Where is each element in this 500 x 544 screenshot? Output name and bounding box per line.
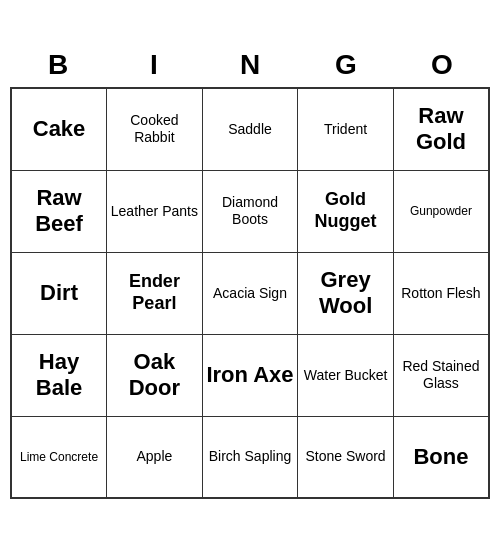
cell-label: Raw Gold bbox=[397, 93, 485, 166]
bingo-cell: Leather Pants bbox=[107, 170, 203, 252]
bingo-cell: Ender Pearl bbox=[107, 252, 203, 334]
bingo-cell: Dirt bbox=[11, 252, 107, 334]
header-letter-b: B bbox=[10, 45, 106, 85]
bingo-cell: Stone Sword bbox=[298, 416, 394, 498]
cell-label: Raw Beef bbox=[15, 175, 103, 248]
cell-label: Oak Door bbox=[110, 339, 199, 412]
bingo-header: BINGO bbox=[10, 45, 490, 85]
table-row: Hay BaleOak DoorIron AxeWater BucketRed … bbox=[11, 334, 489, 416]
cell-label: Acacia Sign bbox=[206, 257, 295, 330]
cell-label: Birch Sapling bbox=[206, 421, 295, 494]
bingo-cell: Iron Axe bbox=[202, 334, 298, 416]
cell-label: Stone Sword bbox=[301, 421, 390, 494]
bingo-cell: Grey Wool bbox=[298, 252, 394, 334]
cell-label: Apple bbox=[110, 421, 199, 494]
cell-label: Diamond Boots bbox=[206, 175, 295, 248]
header-letter-g: G bbox=[298, 45, 394, 85]
cell-label: Red Stained Glass bbox=[397, 339, 485, 412]
bingo-cell: Gunpowder bbox=[393, 170, 489, 252]
cell-label: Saddle bbox=[206, 93, 295, 166]
cell-label: Bone bbox=[397, 421, 485, 494]
cell-label: Gold Nugget bbox=[301, 175, 390, 248]
cell-label: Cooked Rabbit bbox=[110, 93, 199, 166]
bingo-grid: CakeCooked RabbitSaddleTridentRaw GoldRa… bbox=[10, 87, 490, 499]
cell-label: Hay Bale bbox=[15, 339, 103, 412]
cell-label: Cake bbox=[15, 93, 103, 166]
table-row: Lime ConcreteAppleBirch SaplingStone Swo… bbox=[11, 416, 489, 498]
cell-label: Trident bbox=[301, 93, 390, 166]
header-letter-n: N bbox=[202, 45, 298, 85]
bingo-cell: Acacia Sign bbox=[202, 252, 298, 334]
table-row: Raw BeefLeather PantsDiamond BootsGold N… bbox=[11, 170, 489, 252]
bingo-cell: Cooked Rabbit bbox=[107, 88, 203, 170]
cell-label: Leather Pants bbox=[110, 175, 199, 248]
cell-label: Iron Axe bbox=[206, 339, 295, 412]
bingo-cell: Gold Nugget bbox=[298, 170, 394, 252]
bingo-cell: Bone bbox=[393, 416, 489, 498]
bingo-cell: Diamond Boots bbox=[202, 170, 298, 252]
bingo-cell: Rotton Flesh bbox=[393, 252, 489, 334]
bingo-cell: Hay Bale bbox=[11, 334, 107, 416]
cell-label: Lime Concrete bbox=[15, 421, 103, 494]
bingo-cell: Cake bbox=[11, 88, 107, 170]
bingo-card: BINGO CakeCooked RabbitSaddleTridentRaw … bbox=[10, 45, 490, 499]
cell-label: Grey Wool bbox=[301, 257, 390, 330]
table-row: DirtEnder PearlAcacia SignGrey WoolRotto… bbox=[11, 252, 489, 334]
bingo-cell: Water Bucket bbox=[298, 334, 394, 416]
bingo-cell: Saddle bbox=[202, 88, 298, 170]
bingo-cell: Raw Beef bbox=[11, 170, 107, 252]
bingo-cell: Apple bbox=[107, 416, 203, 498]
bingo-cell: Oak Door bbox=[107, 334, 203, 416]
bingo-cell: Birch Sapling bbox=[202, 416, 298, 498]
cell-label: Rotton Flesh bbox=[397, 257, 485, 330]
header-letter-o: O bbox=[394, 45, 490, 85]
cell-label: Gunpowder bbox=[397, 175, 485, 248]
bingo-cell: Raw Gold bbox=[393, 88, 489, 170]
header-letter-i: I bbox=[106, 45, 202, 85]
cell-label: Dirt bbox=[15, 257, 103, 330]
cell-label: Water Bucket bbox=[301, 339, 390, 412]
bingo-cell: Lime Concrete bbox=[11, 416, 107, 498]
bingo-cell: Red Stained Glass bbox=[393, 334, 489, 416]
table-row: CakeCooked RabbitSaddleTridentRaw Gold bbox=[11, 88, 489, 170]
bingo-cell: Trident bbox=[298, 88, 394, 170]
cell-label: Ender Pearl bbox=[110, 257, 199, 330]
